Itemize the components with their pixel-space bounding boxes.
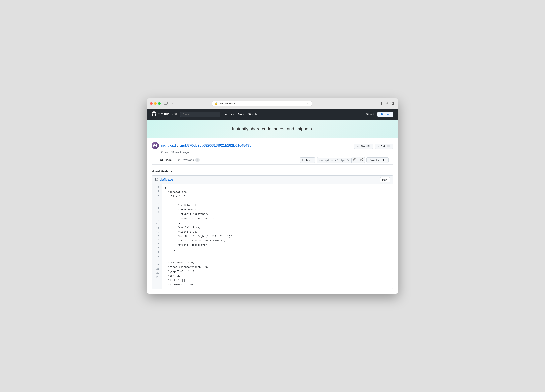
code-line: "type": "dashboard" — [165, 243, 393, 247]
code-line: { — [165, 199, 393, 203]
line-number: 12 — [152, 230, 161, 234]
revisions-count-badge: 1 — [195, 159, 200, 162]
new-tab-button[interactable]: + — [385, 101, 389, 106]
back-button[interactable]: ‹ — [171, 101, 174, 106]
star-button[interactable]: ☆ Star 0 — [354, 143, 373, 149]
code-line: { — [165, 186, 393, 190]
line-number: 8 — [152, 214, 161, 218]
code-line: }, — [165, 256, 393, 260]
tab-code[interactable]: </> Code — [156, 156, 175, 165]
star-label: Star — [360, 145, 365, 148]
svg-rect-0 — [164, 102, 167, 104]
gist-info: multikatt / gist:870cb2cb3290313f021b182… — [147, 138, 398, 165]
star-count: 0 — [366, 145, 370, 147]
code-line: "builtIn": 1, — [165, 203, 393, 208]
code-line: "annotations": { — [165, 190, 393, 194]
code-lines: { "annotations": { "list": [ { "builtIn"… — [162, 184, 393, 289]
nav-arrows: ‹ › — [171, 101, 178, 106]
tab-code-label: Code — [165, 159, 172, 162]
filename-link[interactable]: gistfile1.txt — [160, 178, 173, 181]
github-brand-text: GitHub — [157, 112, 169, 116]
address-bar[interactable]: 🔒 gist.github.com ↻ — [212, 101, 312, 106]
fork-label: Fork — [380, 145, 385, 148]
code-line: "liveNow": false — [165, 283, 393, 287]
code-line: "graphTooltip": 0, — [165, 270, 393, 274]
sidebar-toggle-button[interactable] — [163, 101, 169, 106]
line-number: 18 — [152, 255, 161, 259]
embed-chevron-icon: ▾ — [311, 159, 313, 162]
script-tag-display: <script src="https:// — [317, 157, 365, 163]
address-text: gist.github.com — [219, 102, 236, 105]
line-number: 11 — [152, 226, 161, 230]
page-content: GitHub Gist All gists Back to GitHub Sig… — [147, 109, 398, 294]
forward-button[interactable]: › — [175, 101, 177, 106]
gist-tabs: </> Code ⊙ Revisions 1 Embed ▾ < — [152, 156, 393, 165]
line-number: 17 — [152, 251, 161, 255]
github-gist-logo[interactable]: GitHub Gist — [152, 111, 177, 117]
reload-icon[interactable]: ↻ — [307, 102, 310, 105]
line-number: 5 — [152, 202, 161, 206]
download-zip-button[interactable]: Download ZIP — [366, 158, 389, 163]
hero-text: Instantly share code, notes, and snippet… — [153, 126, 392, 132]
line-number: 13 — [152, 234, 161, 239]
traffic-light-red[interactable] — [150, 102, 153, 105]
gist-files: Hostd Grafana gistfile1.txt Raw 1234567 — [147, 165, 398, 294]
tabs-button[interactable]: ⧉ — [391, 101, 395, 106]
code-line: "datasource": { — [165, 208, 393, 212]
author-link[interactable]: multikatt — [161, 143, 176, 147]
author-slash: / — [177, 143, 179, 147]
line-number: 2 — [152, 190, 161, 194]
code-line: "list": [ — [165, 194, 393, 199]
tab-revisions[interactable]: ⊙ Revisions 1 — [175, 156, 203, 165]
line-number: 1 — [152, 186, 161, 190]
code-line: "hide": true, — [165, 230, 393, 234]
embed-button[interactable]: Embed ▾ — [300, 158, 315, 163]
code-line: "enable": true, — [165, 225, 393, 230]
back-to-github-link[interactable]: Back to GitHub — [238, 113, 257, 116]
line-number: 10 — [152, 222, 161, 226]
copy-script-button[interactable] — [352, 157, 358, 163]
fork-icon: ⑂ — [378, 145, 379, 148]
tabs-right: Embed ▾ <script src="https:// — [300, 157, 389, 163]
gist-id-link[interactable]: gist:870cb2cb3290313f021b182b01c48495 — [180, 143, 251, 147]
traffic-light-green[interactable] — [158, 102, 161, 105]
script-tag-text: <script src="https:// — [317, 158, 352, 163]
line-number: 14 — [152, 239, 161, 243]
file-icon — [155, 178, 158, 182]
file-box: gistfile1.txt Raw 1234567891011121314151… — [152, 175, 393, 289]
code-line: "uid": "-- Grafana --" — [165, 217, 393, 221]
fork-button[interactable]: ⑂ Fork 0 — [375, 143, 393, 149]
traffic-light-yellow[interactable] — [154, 102, 156, 105]
line-number: 23 — [152, 275, 161, 279]
all-gists-link[interactable]: All gists — [225, 113, 235, 116]
share-button[interactable]: ⬆ — [379, 101, 384, 106]
traffic-lights — [150, 102, 161, 105]
code-area: 1234567891011121314151617181920212223 { … — [152, 184, 393, 289]
embed-label: Embed — [302, 159, 310, 162]
file-header: gistfile1.txt Raw — [152, 176, 393, 184]
hero-banner: Instantly share code, notes, and snippet… — [147, 120, 398, 138]
gist-brand-text: Gist — [171, 112, 177, 116]
tab-revisions-label: Revisions — [182, 159, 194, 162]
open-script-button[interactable] — [358, 157, 365, 163]
code-line: }, — [165, 221, 393, 225]
raw-button[interactable]: Raw — [380, 177, 390, 182]
code-icon: </> — [160, 159, 163, 162]
avatar-placeholder — [152, 142, 159, 149]
gist-navbar: GitHub Gist All gists Back to GitHub Sig… — [147, 109, 398, 120]
line-number: 3 — [152, 194, 161, 198]
line-number: 22 — [152, 271, 161, 275]
gist-author-row: multikatt / gist:870cb2cb3290313f021b182… — [152, 142, 251, 149]
file-name-area: gistfile1.txt — [155, 178, 173, 182]
signup-button[interactable]: Sign up — [377, 112, 393, 117]
line-numbers: 1234567891011121314151617181920212223 — [152, 184, 162, 289]
code-line: "name": "Annotations & Alerts", — [165, 239, 393, 243]
code-line: "editable": true, — [165, 261, 393, 265]
gist-actions-row: ☆ Star 0 ⑂ Fork 0 — [354, 142, 393, 151]
nav-search-input[interactable] — [180, 112, 220, 117]
signin-button[interactable]: Sign in — [366, 113, 375, 116]
line-number: 7 — [152, 210, 161, 214]
gist-created: Created 33 minutes ago — [161, 151, 251, 154]
code-line: "id": 2, — [165, 274, 393, 278]
file-section-title: Hostd Grafana — [152, 170, 393, 173]
